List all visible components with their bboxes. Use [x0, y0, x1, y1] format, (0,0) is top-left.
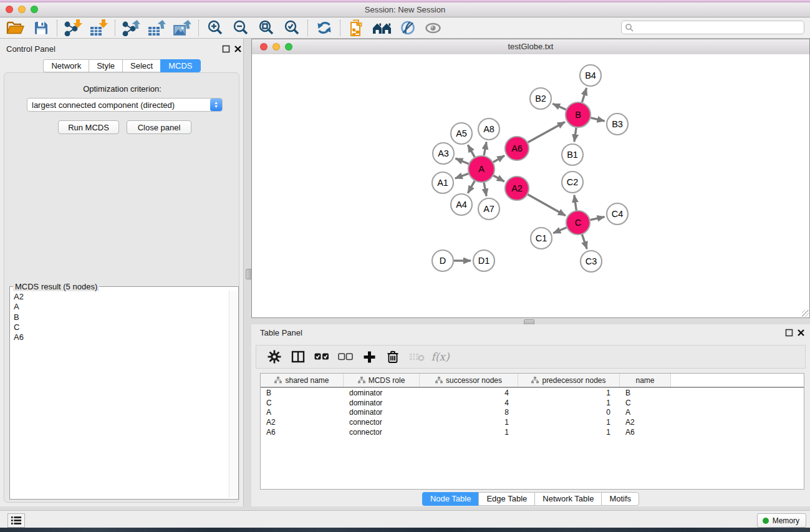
node-C1[interactable]: C1 — [531, 228, 552, 249]
run-mcds-button[interactable]: Run MCDS — [58, 120, 119, 134]
network-canvas[interactable]: B4 B2 B B3 A8 A5 A6 B1 A3 A C2 A1 A2 A4 … — [252, 54, 809, 317]
cell-successor-nodes[interactable]: 4 — [420, 399, 518, 407]
select-all-checkboxes-icon[interactable] — [310, 347, 334, 366]
show-eye-icon[interactable] — [420, 19, 446, 37]
node-A5[interactable]: A5 — [451, 123, 472, 144]
cell-name[interactable]: A — [620, 408, 671, 417]
result-item[interactable]: A2 — [11, 292, 228, 302]
node-B[interactable]: B — [566, 102, 591, 127]
cell-shared-name[interactable]: A — [261, 408, 344, 417]
tab-motifs[interactable]: Motifs — [601, 492, 639, 506]
zoom-out-icon[interactable] — [228, 19, 253, 37]
cell-name[interactable]: A6 — [620, 428, 671, 437]
split-table-columns-icon[interactable] — [286, 347, 310, 366]
edge-A-A6[interactable] — [493, 156, 504, 163]
column-header-successor-nodes[interactable]: successor nodes — [420, 374, 518, 387]
copy-network-icon[interactable] — [344, 19, 369, 37]
cell-successor-nodes[interactable]: 4 — [420, 389, 518, 397]
add-column-icon[interactable] — [357, 347, 381, 366]
node-A6[interactable]: A6 — [505, 137, 529, 160]
cell-successor-nodes[interactable]: 1 — [420, 428, 518, 437]
cell-shared-name[interactable]: B — [261, 389, 344, 397]
zoom-selected-icon[interactable] — [279, 19, 304, 37]
cell-name[interactable]: A2 — [620, 418, 671, 427]
zoom-fit-icon[interactable] — [253, 19, 279, 37]
tab-network[interactable]: Network — [43, 59, 89, 72]
edge-A-A2[interactable] — [493, 176, 504, 182]
tab-style[interactable]: Style — [89, 59, 122, 72]
node-B1[interactable]: B1 — [562, 144, 583, 165]
tab-node-table[interactable]: Node Table — [422, 492, 479, 506]
edge-C-C4[interactable] — [591, 217, 605, 220]
cell-successor-nodes[interactable]: 8 — [420, 408, 518, 417]
edge-B-B2[interactable] — [552, 104, 566, 109]
cell-predecessor-nodes[interactable]: 1 — [518, 428, 620, 437]
node-D[interactable]: D — [432, 250, 453, 271]
cell-predecessor-nodes[interactable]: 1 — [518, 418, 620, 427]
cell-predecessor-nodes[interactable]: 0 — [518, 408, 620, 417]
node-table[interactable]: shared name MCDS role successor nodes pr… — [260, 373, 804, 490]
window-resize-grip[interactable] — [802, 310, 809, 317]
close-panel-button[interactable]: Close panel — [127, 120, 191, 134]
table-row[interactable]: Cdominator41C — [261, 398, 804, 408]
edge-B-B4[interactable] — [582, 88, 586, 102]
deselect-all-checkboxes-icon[interactable] — [334, 347, 357, 366]
edge-A2-C[interactable] — [528, 195, 566, 216]
memory-button[interactable]: Memory — [757, 513, 806, 528]
table-row[interactable]: Bdominator41B — [261, 388, 804, 398]
edge-C-C2[interactable] — [574, 195, 576, 210]
open-file-icon[interactable] — [2, 19, 28, 37]
node-A[interactable]: A — [468, 156, 494, 182]
edge-C-C1[interactable] — [553, 228, 566, 233]
home-icon[interactable] — [369, 19, 395, 37]
result-item[interactable]: C — [11, 322, 228, 332]
close-panel-icon[interactable] — [234, 45, 242, 53]
edge-A-A4[interactable] — [468, 181, 475, 193]
cell-successor-nodes[interactable]: 1 — [420, 418, 518, 427]
node-C3[interactable]: C3 — [581, 251, 602, 272]
export-image-icon[interactable] — [170, 19, 195, 37]
cell-name[interactable]: C — [620, 399, 671, 407]
edge-A-A5[interactable] — [468, 145, 475, 157]
node-B3[interactable]: B3 — [607, 114, 628, 135]
search-box[interactable] — [621, 21, 804, 34]
table-row[interactable]: A6connector11A6 — [261, 427, 804, 437]
cell-MCDS-role[interactable]: dominator — [344, 389, 420, 397]
node-A4[interactable]: A4 — [451, 194, 472, 215]
cell-MCDS-role[interactable]: connector — [344, 418, 420, 427]
result-item[interactable]: A — [11, 302, 228, 312]
node-A3[interactable]: A3 — [433, 143, 454, 164]
column-settings-gear-icon[interactable] — [263, 347, 286, 366]
export-table-icon[interactable] — [144, 19, 170, 37]
cell-MCDS-role[interactable]: connector — [344, 428, 420, 437]
close-table-panel-icon[interactable] — [797, 329, 805, 337]
edge-B-B1[interactable] — [574, 128, 576, 142]
float-table-panel-icon[interactable] — [785, 329, 793, 337]
node-A1[interactable]: A1 — [432, 172, 453, 193]
cell-predecessor-nodes[interactable]: 1 — [518, 389, 620, 397]
result-item[interactable]: A6 — [11, 332, 228, 342]
edge-A-A1[interactable] — [455, 173, 469, 178]
tab-select[interactable]: Select — [122, 59, 160, 72]
node-A8[interactable]: A8 — [478, 118, 499, 140]
cell-predecessor-nodes[interactable]: 1 — [518, 399, 620, 407]
refresh-layout-icon[interactable] — [311, 19, 337, 37]
cell-shared-name[interactable]: A2 — [261, 418, 344, 427]
tab-edge-table[interactable]: Edge Table — [478, 492, 534, 506]
node-A2[interactable]: A2 — [505, 177, 529, 200]
cell-MCDS-role[interactable]: dominator — [344, 399, 420, 407]
node-B2[interactable]: B2 — [530, 88, 551, 109]
cell-shared-name[interactable]: C — [261, 399, 344, 407]
node-D1[interactable]: D1 — [473, 250, 494, 271]
mcds-result-list[interactable]: A2ABCA6 — [11, 292, 228, 498]
column-header-predecessor-nodes[interactable]: predecessor nodes — [518, 374, 620, 387]
network-graph[interactable]: B4 B2 B B3 A8 A5 A6 B1 A3 A C2 A1 A2 A4 … — [252, 54, 809, 317]
edge-B-B3[interactable] — [591, 118, 604, 121]
result-item[interactable]: B — [11, 312, 228, 322]
search-input[interactable] — [634, 22, 804, 32]
hide-graphics-details-icon[interactable] — [395, 19, 420, 37]
column-header-MCDS-role[interactable]: MCDS role — [344, 374, 420, 387]
node-C[interactable]: C — [566, 211, 590, 235]
node-B4[interactable]: B4 — [580, 65, 601, 86]
node-C4[interactable]: C4 — [607, 203, 628, 225]
